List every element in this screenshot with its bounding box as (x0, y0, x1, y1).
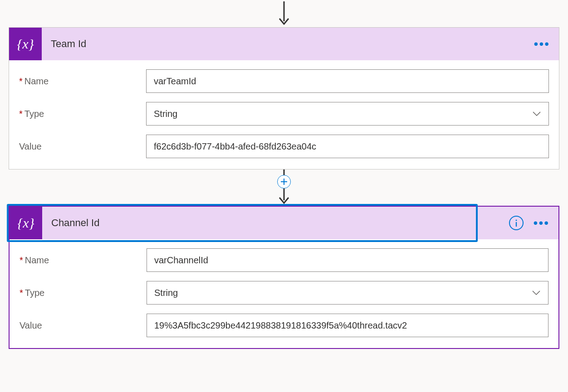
type-value: String (154, 109, 177, 119)
card-body: *Name *Type String Value (9, 60, 559, 169)
flow-arrow-top (0, 0, 568, 27)
more-menu-icon[interactable]: ••• (534, 219, 549, 227)
action-card-team-id: {x} Team Id ••• *Name *Type String Value (9, 27, 559, 169)
chevron-down-icon (532, 290, 541, 295)
arrow-down-icon (278, 1, 290, 26)
type-select[interactable]: String (147, 281, 548, 305)
svg-point-4 (515, 220, 517, 221)
type-select[interactable]: String (146, 102, 549, 126)
more-menu-icon[interactable]: ••• (534, 40, 550, 48)
card-header[interactable]: {x} Team Id ••• (9, 28, 559, 60)
variable-icon: {x} (9, 28, 42, 60)
value-label: Value (19, 141, 146, 152)
name-input[interactable] (147, 248, 548, 272)
value-input[interactable] (146, 135, 549, 158)
flow-connector (0, 169, 568, 206)
add-step-button[interactable] (277, 175, 291, 189)
card-body: *Name *Type String Value (10, 239, 558, 348)
info-icon[interactable] (509, 216, 524, 230)
type-value: String (154, 288, 178, 298)
name-input[interactable] (146, 69, 549, 93)
required-marker: * (19, 109, 23, 119)
required-marker: * (20, 288, 23, 298)
type-label: *Type (20, 288, 147, 298)
card-title: Channel Id (51, 217, 500, 229)
variable-icon: {x} (10, 207, 42, 239)
svg-rect-5 (515, 222, 516, 227)
chevron-down-icon (532, 111, 541, 116)
card-header[interactable]: {x} Channel Id ••• (10, 207, 558, 239)
type-label: *Type (19, 109, 146, 119)
name-label: *Name (19, 76, 146, 87)
action-card-channel-id: {x} Channel Id ••• *Name *Type String (9, 206, 559, 349)
plus-icon (280, 178, 288, 185)
name-label: *Name (20, 255, 147, 266)
value-input[interactable] (147, 314, 548, 337)
required-marker: * (19, 76, 23, 86)
required-marker: * (20, 255, 23, 265)
value-label: Value (20, 320, 147, 331)
card-title: Team Id (51, 38, 525, 50)
